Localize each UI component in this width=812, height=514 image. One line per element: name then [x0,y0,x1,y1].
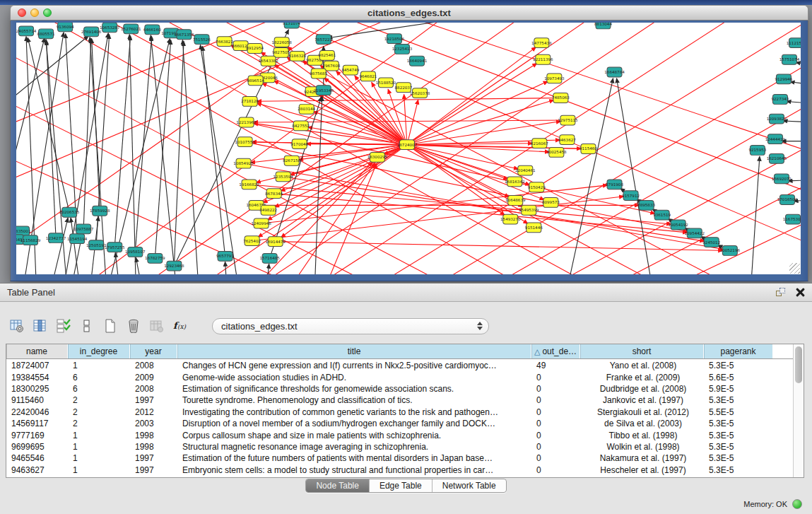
table-cell: Tibbo et al. (1998) [580,431,704,440]
graph-node-label: 18226058 [271,40,292,45]
graph-node-label: 12325413 [392,47,413,51]
resize-grip-icon[interactable] [789,263,800,274]
graph-node-label: 15276021 [121,27,141,31]
graph-edge [407,64,537,145]
graph-node-label: 11545194 [67,237,88,241]
minimize-window-button[interactable] [30,8,39,17]
graph-node-label: 8099573 [542,200,560,204]
window-titlebar[interactable]: citations_edges.txt [10,5,808,21]
close-window-button[interactable] [18,8,26,17]
memory-status-label: Memory: OK [743,500,787,508]
graph-node-label: 17859928 [90,209,110,213]
graph-node-label: 12505193 [86,243,107,247]
network-view-frame: 1872400776638228660128891295418226058982… [10,21,808,281]
desktop: citations_edges.txt 18724007766382286601… [0,0,812,514]
column-header-short[interactable]: short [580,344,704,358]
table-cell: 0 [531,384,580,394]
traffic-lights [18,6,52,20]
graph-node-label: 9463627 [558,138,576,142]
graph-edge [215,23,675,274]
tab-node-table[interactable]: Node Table [306,479,370,492]
delete-table-icon[interactable] [125,317,142,334]
tab-network-table[interactable]: Network Table [433,479,506,492]
table-cell: 0 [531,419,580,428]
table-row[interactable]: 1830029562008Estimation of significance … [6,383,793,395]
table-row[interactable]: 1872400712008Changes of HCN gene express… [6,360,793,371]
graph-node-label: 9875685 [310,71,327,76]
table-cell: 0 [531,407,580,417]
graph-node-label: 8131074 [283,23,300,25]
graph-edge [787,101,801,105]
graph-node-label: 9170046 [290,142,308,146]
zoom-window-button[interactable] [43,8,52,17]
graph-edge [229,162,372,274]
graph-node-label: 8216067 [531,141,548,146]
scrollbar-thumb[interactable] [795,346,802,383]
graph-node-label: 10107553 [235,140,255,144]
table-cell: Genome-wide association studies in ADHD. [177,373,531,382]
graph-node-label: 21953346 [314,88,334,93]
column-header-label: in_degree [80,346,117,356]
graph-edge [257,98,561,102]
close-panel-icon[interactable] [796,288,805,297]
graph-edge [749,156,760,274]
graph-node-label: 9115460 [579,147,597,151]
graph-edge [384,50,801,274]
table-cell: Estimation of the future numbers of pati… [177,453,531,463]
row-height-icon[interactable] [78,317,95,334]
table-row[interactable]: 1456911722003Disruption of a novel membe… [6,418,793,429]
table-cell: 9699695 [6,442,68,452]
new-table-icon[interactable] [102,317,119,334]
table-cell: 9777169 [6,431,68,440]
column-header-pagerank[interactable]: pagerank [704,344,773,358]
column-header-name[interactable]: name [6,344,68,358]
table-cell: Wolkin et al. (1998) [580,442,704,452]
graph-edge [28,37,69,212]
table-row[interactable]: 969969511998Structural magnetic resonanc… [6,441,793,452]
network-view-window[interactable]: citations_edges.txt 18724007766382286601… [10,5,808,281]
graph-node-label: 16782759 [145,256,165,260]
graph-node-label: 8822037 [395,86,413,90]
tab-edge-table[interactable]: Edge Table [370,479,433,492]
table-cell: Stergiakouli et al. (2012) [580,407,704,417]
table-cell: 2008 [130,361,177,370]
table-row[interactable]: 1938455462009Genome-wide association stu… [6,371,793,382]
table-cell: 5.9E-5 [704,384,773,394]
column-header-label: name [26,346,47,356]
table-cell: 6 [68,373,130,382]
network-canvas[interactable]: 1872400776638228660128891295418226058982… [16,23,801,274]
table-row[interactable]: 946362711997Embryonic stem cells: a mode… [6,465,793,476]
column-header-in_degree[interactable]: in_degree [68,344,130,358]
table-cell: 1998 [130,442,177,452]
graph-node-label: 8805571 [37,32,55,36]
graph-node-label: 11121504 [787,41,801,45]
dropdown-stepper-icon [477,322,483,330]
select-columns-icon[interactable] [55,317,72,334]
graph-node-label: 8813044 [594,23,612,26]
column-header-title[interactable]: title [177,344,531,358]
show-columns-icon[interactable] [32,317,49,334]
table-selector-dropdown[interactable]: citations_edges.txt [212,318,489,334]
graph-node-label: 10052196 [720,248,741,252]
table-row[interactable]: 946554611997Estimation of the future num… [6,452,793,464]
table-tab-segments: Node TableEdge TableNetwork Table [305,479,506,493]
table-vertical-scrollbar[interactable] [793,344,804,477]
table-cell: 0 [531,453,580,463]
table-cell: 2 [68,407,130,417]
table-row[interactable]: 977716911998Corpus callosum shape and si… [6,429,793,440]
column-header-year[interactable]: year [130,344,177,358]
table-row[interactable]: 2242004622012Investigating the contribut… [6,407,793,418]
graph-edge [384,23,801,158]
column-header-label: out_de… [542,346,577,356]
graph-node-label: 18724007 [397,143,418,147]
import-table-icon[interactable] [148,317,165,334]
column-header-out_de[interactable]: △out_de… [531,344,580,358]
function-builder-icon[interactable]: f(x) [172,317,189,334]
table-settings-icon[interactable] [8,317,25,334]
graph-node-label: 15692071 [772,177,792,181]
graph-edge [45,218,68,274]
float-panel-icon[interactable] [776,288,786,298]
table-row[interactable]: 911546021997Tourette syndrome. Phenomeno… [6,395,793,406]
graph-node-label: 12353594 [273,175,293,179]
table-cell: Structural magnetic resonance image aver… [177,442,531,452]
